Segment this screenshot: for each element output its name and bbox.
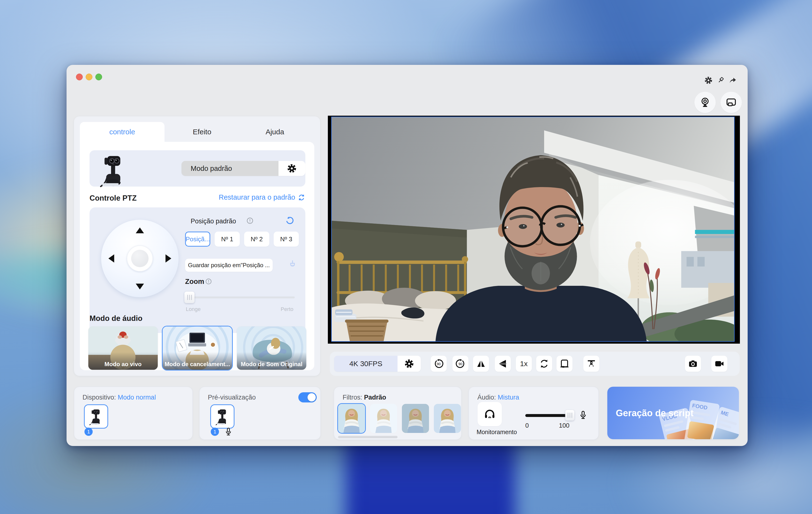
filters-scrollbar[interactable] [338, 436, 398, 438]
minimize-button[interactable] [86, 74, 92, 80]
speed-button[interactable]: 1x [516, 356, 532, 372]
zoom-slider-handle[interactable] [184, 292, 195, 303]
device-card-title: Dispositivo: Modo normal [83, 394, 156, 401]
dpad-left-arrow[interactable] [108, 254, 114, 263]
preset-button-0[interactable]: Posiçã... [185, 232, 210, 247]
audio-card: Áudio: Mistura Monitoramento 0 100 [469, 387, 599, 440]
refresh-button[interactable] [536, 356, 552, 372]
preview-count-badge: 1 [211, 428, 219, 436]
headphones-icon [483, 407, 496, 421]
monitoring-button[interactable] [477, 402, 502, 426]
device-row: Modo padrão [89, 150, 306, 187]
mic-icon[interactable] [224, 427, 233, 436]
device-mode-settings-button[interactable] [279, 161, 306, 176]
share-icon[interactable] [728, 76, 737, 84]
filter-thumb-1[interactable] [370, 404, 397, 433]
preview-card-title: Pré-visualização [208, 394, 256, 401]
volume-slider-handle[interactable] [565, 410, 574, 421]
preset-button-1[interactable]: Nº 1 [214, 232, 240, 247]
preset-3-label: Nº 3 [280, 235, 292, 243]
filters-card-label: Filtros: [343, 394, 362, 401]
snapshot-camera-icon [688, 359, 698, 369]
device-mode-select[interactable]: Modo padrão [181, 161, 306, 176]
audio-mode-original[interactable]: Modo de Som Original [237, 326, 306, 370]
tab-ajuda[interactable]: Ajuda [241, 122, 309, 142]
preview-card: Pré-visualização 1 [199, 387, 321, 440]
device-card-value[interactable]: Modo normal [118, 394, 156, 401]
filter-thumb-2[interactable] [402, 404, 429, 433]
volume-min-label: 0 [525, 422, 529, 429]
video-toolbar: 4K 30FPS 1x [330, 352, 740, 376]
clear-brush-icon[interactable] [287, 260, 298, 270]
audio-card-value[interactable]: Mistura [498, 394, 519, 401]
flip-horizontal-icon [476, 359, 486, 369]
flip-vertical-button[interactable] [495, 356, 511, 372]
filter-thumb-3[interactable] [434, 404, 461, 433]
webcam-view-button[interactable] [694, 92, 716, 113]
whiteboard-button[interactable] [556, 356, 573, 372]
video-preview [328, 116, 740, 344]
tab-efeito[interactable]: Efeito [165, 122, 239, 142]
rotate-ccw-button[interactable] [431, 356, 447, 372]
beam-tripod-icon [586, 359, 597, 369]
zoom-info-icon[interactable] [205, 278, 212, 285]
audio-card-label: Áudio: [477, 394, 496, 401]
preset-undo-icon[interactable] [285, 216, 294, 225]
close-button[interactable] [76, 74, 83, 80]
control-tab-content: Modo padrão Controle PTZ Restaurar para … [80, 142, 314, 370]
preview-toggle[interactable] [298, 392, 317, 402]
preset-button-3[interactable]: Nº 3 [274, 232, 299, 247]
monitoring-label: Monitoramento [469, 429, 525, 436]
volume-slider-track[interactable] [525, 414, 571, 417]
save-position-button[interactable]: Guardar posição em"Posição ... [185, 259, 273, 272]
snapshot-button[interactable] [685, 356, 701, 372]
screen-share-button[interactable] [721, 92, 742, 113]
dpad-down-arrow[interactable] [136, 284, 144, 289]
filters-card: Filtros: Padrão [334, 387, 461, 440]
preview-device-thumbnail[interactable] [210, 404, 234, 429]
dpad-up-arrow[interactable] [136, 227, 144, 233]
ptz-dpad[interactable] [101, 220, 179, 297]
filters-card-value: Padrão [364, 394, 386, 401]
preset-info-icon[interactable] [246, 217, 254, 224]
rotate-cw-button[interactable] [453, 356, 468, 372]
maximize-button[interactable] [95, 74, 102, 80]
preset-1-label: Nº 1 [221, 235, 233, 243]
resolution-settings-button[interactable] [398, 356, 421, 372]
whiteboard-icon [559, 359, 570, 369]
dpad-knob[interactable] [127, 246, 153, 272]
audio-mode-cancel[interactable]: Modo de cancelament... [163, 326, 232, 370]
dpad-right-arrow[interactable] [166, 254, 171, 263]
pin-icon[interactable] [717, 76, 725, 84]
settings-icon[interactable] [704, 76, 713, 84]
mic-icon[interactable] [578, 410, 588, 420]
resolution-chip[interactable]: 4K 30FPS [334, 356, 421, 372]
save-position-label: Guardar posição em"Posição ... [188, 262, 270, 268]
preset-button-2[interactable]: Nº 2 [244, 232, 269, 247]
flip-horizontal-button[interactable] [473, 356, 489, 372]
gear-icon [404, 359, 414, 369]
resolution-label: 4K 30FPS [334, 356, 398, 372]
video-frame [331, 117, 734, 342]
record-button[interactable] [712, 356, 727, 372]
ptz-restore-link[interactable]: Restaurar para o padrão [219, 193, 306, 201]
titlebar[interactable] [66, 65, 748, 89]
ptz-restore-label: Restaurar para o padrão [219, 193, 295, 201]
restore-refresh-icon [298, 194, 306, 201]
zoom-slider-track[interactable] [186, 296, 295, 298]
audio-mode-cancel-label: Modo de cancelament... [163, 352, 232, 370]
device-thumbnail[interactable] [84, 404, 108, 429]
speed-label: 1x [520, 360, 528, 368]
refresh-icon [539, 359, 549, 369]
script-generation-card[interactable]: VLOG FOOD ME Geração de script [607, 387, 739, 439]
filter-thumb-0[interactable] [338, 404, 365, 433]
preset-0-label: Posiçã... [185, 235, 210, 243]
beam-overlay-button[interactable] [583, 356, 599, 372]
filters-card-title: Filtros: Padrão [343, 394, 386, 401]
tab-controle[interactable]: controle [80, 122, 165, 142]
audio-mode-live[interactable]: Modo ao vivo [88, 326, 158, 370]
tab-efeito-label: Efeito [193, 128, 211, 136]
preset-2-label: Nº 2 [251, 235, 263, 243]
preset-title: Posição padrão [191, 218, 236, 225]
zoom-max-label: Perto [281, 306, 293, 312]
